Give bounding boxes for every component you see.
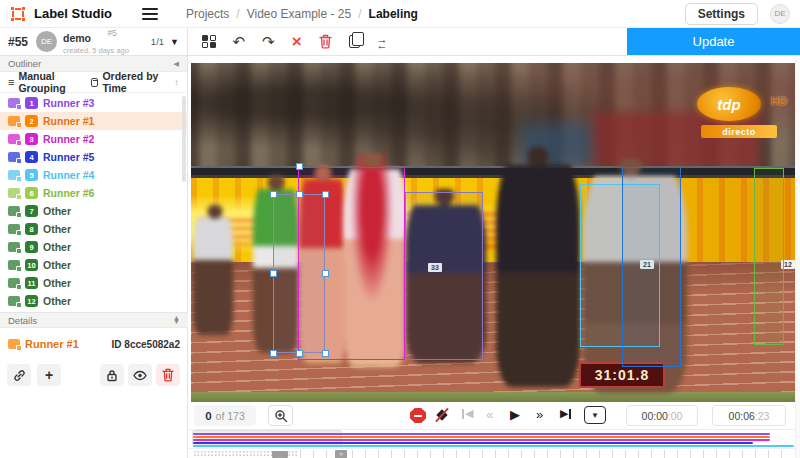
lock-region-button[interactable] <box>100 364 124 386</box>
resize-handle[interactable] <box>270 270 277 277</box>
region-shape-icon <box>8 339 20 349</box>
timeline-region-track[interactable] <box>193 433 770 435</box>
region-row[interactable]: 2Runner #1 <box>0 112 188 130</box>
ruler-marker: ? <box>335 450 347 458</box>
ruler-tick <box>703 450 704 458</box>
region-row[interactable]: 10Other <box>0 256 188 274</box>
ruler-tick <box>690 450 691 458</box>
video-control-bar: 0 of 173 ◀ « ▶ » ▶ ▼ 00:00:00 00:06:23 <box>188 402 800 430</box>
region-row[interactable]: 9Other <box>0 238 188 256</box>
skip-to-end-button[interactable]: ▶ <box>560 408 571 419</box>
region-row[interactable]: 7Other <box>0 202 188 220</box>
ruler-tick <box>742 450 743 458</box>
resize-handle[interactable] <box>270 191 277 198</box>
list-icon: ≡ <box>8 76 14 88</box>
region-row[interactable]: 5Runner #4 <box>0 166 188 184</box>
region-row[interactable]: 12Other <box>0 292 188 310</box>
add-relation-button[interactable]: + <box>37 364 61 386</box>
undo-icon[interactable]: ↶ <box>233 34 246 49</box>
delete-annotation-icon[interactable] <box>319 34 332 49</box>
region-row[interactable]: 1Runner #3 <box>0 94 188 112</box>
region-row[interactable]: 6Runner #6 <box>0 184 188 202</box>
rotate-handle[interactable] <box>296 163 303 170</box>
regions-timeline[interactable]: ? <box>188 430 800 458</box>
video-frame[interactable]: tdp HD directo 31:01.8 332112 <box>191 63 797 402</box>
ruler-tick <box>638 450 639 458</box>
grouping-tabs: ≡ Manual Grouping Ordered by Time ↑ <box>0 72 187 93</box>
sort-direction-icon[interactable]: ↑ <box>174 77 179 88</box>
task-toolbar: #55 DE demo #5 created, 5 days ago 1/1 ▼… <box>0 28 800 56</box>
redo-icon[interactable]: ↷ <box>262 34 275 49</box>
link-region-button[interactable] <box>7 364 31 386</box>
region-box-runner-1[interactable] <box>273 194 325 353</box>
resize-handle[interactable] <box>296 350 303 357</box>
ruler-tick <box>430 450 431 458</box>
timeline-region-track[interactable] <box>193 442 753 444</box>
settings-button[interactable]: Settings <box>685 3 758 25</box>
timeline-region-track[interactable] <box>193 439 770 441</box>
view-all-regions-icon[interactable] <box>202 35 216 49</box>
outliner-scrollbar[interactable] <box>182 96 186 182</box>
resize-handle[interactable] <box>322 270 329 277</box>
collapse-panel-icon[interactable]: ◀ <box>174 60 179 68</box>
ruler-tick <box>586 450 587 458</box>
label-studio-app: Label Studio Projects / Video Example - … <box>0 0 800 458</box>
region-shape-icon <box>8 134 20 144</box>
ruler-tick <box>417 450 418 458</box>
user-avatar[interactable]: DE <box>770 4 790 24</box>
selected-region-label: Runner #1 <box>25 338 79 350</box>
region-row[interactable]: 3Runner #2 <box>0 130 188 148</box>
resize-handle[interactable] <box>322 191 329 198</box>
region-index-badge: 8 <box>25 223 38 235</box>
delete-region-button[interactable] <box>156 364 180 386</box>
collapse-timeline-button[interactable]: ▼ <box>584 406 606 424</box>
menu-icon[interactable] <box>142 8 158 20</box>
annotation-pager: 1/1 <box>151 36 164 47</box>
previous-keyframe-button[interactable]: « <box>486 408 493 421</box>
play-button[interactable]: ▶ <box>510 408 520 421</box>
region-label: Runner #6 <box>43 187 94 199</box>
details-collapse-icon[interactable]: ▲▼ <box>173 316 180 324</box>
annotation-dropdown-icon[interactable]: ▼ <box>170 37 179 47</box>
ruler-tick <box>482 450 483 458</box>
tab-manual-grouping[interactable]: ≡ Manual Grouping <box>8 70 81 94</box>
ruler-tick <box>625 450 626 458</box>
region-label: Other <box>43 241 71 253</box>
region-row[interactable]: 4Runner #5 <box>0 148 188 166</box>
duplicate-icon[interactable] <box>349 35 360 48</box>
resize-handle[interactable] <box>296 191 303 198</box>
region-label: Runner #5 <box>43 151 94 163</box>
tab-ordered-by-time[interactable]: Ordered by Time <box>91 70 164 94</box>
resize-handle[interactable] <box>270 350 277 357</box>
frame-zoom-button[interactable] <box>268 405 293 426</box>
outliner-title: Outliner <box>8 58 41 69</box>
timeline-region-track[interactable] <box>193 445 794 447</box>
remove-keyframe-icon[interactable] <box>434 407 451 423</box>
resize-handle[interactable] <box>322 350 329 357</box>
reset-icon[interactable]: × <box>292 33 302 50</box>
timeline-region-track[interactable] <box>193 436 770 438</box>
region-shape-icon <box>8 278 20 288</box>
skip-to-start-button[interactable]: ◀ <box>462 408 473 419</box>
transfer-icon[interactable]: →← <box>377 36 388 48</box>
ruler-tick <box>755 450 756 458</box>
update-button[interactable]: Update <box>627 28 800 55</box>
region-index-badge: 5 <box>25 169 38 181</box>
keyframe-toggle-icon[interactable] <box>410 408 426 423</box>
region-box-runner-6[interactable] <box>754 168 784 345</box>
region-shape-icon <box>8 170 20 180</box>
ruler-tick <box>391 450 392 458</box>
region-row[interactable]: 8Other <box>0 220 188 238</box>
region-index-badge: 6 <box>25 187 38 199</box>
region-box-runner-3[interactable] <box>405 192 483 360</box>
breadcrumb-project[interactable]: Video Example - 25 <box>247 7 352 21</box>
frame-ruler[interactable]: ? <box>188 448 800 458</box>
ruler-tick <box>547 450 548 458</box>
region-index-badge: 3 <box>25 133 38 145</box>
hide-region-button[interactable] <box>128 364 152 386</box>
region-row[interactable]: 11Other <box>0 274 188 292</box>
breadcrumb-projects[interactable]: Projects <box>186 7 229 21</box>
ruler-tick <box>313 450 314 458</box>
next-keyframe-button[interactable]: » <box>536 408 543 421</box>
region-box-runner-5[interactable] <box>622 167 681 367</box>
